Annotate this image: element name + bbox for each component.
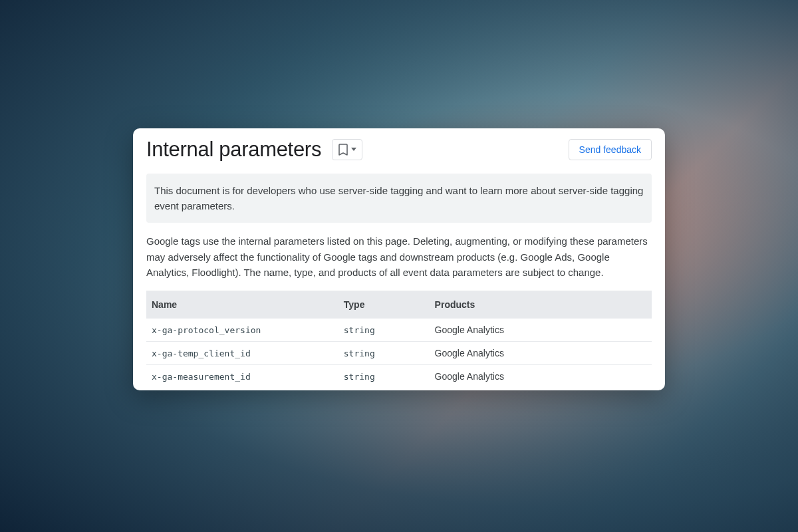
document-card: Internal parameters Send feedback This d… <box>133 128 665 390</box>
cell-products: Google Analytics <box>430 365 652 388</box>
table-row: x-ga-temp_client_id string Google Analyt… <box>146 342 652 365</box>
cell-type: string <box>338 319 430 342</box>
bookmark-button[interactable] <box>332 139 362 160</box>
header-left-group: Internal parameters <box>146 138 362 162</box>
cell-name: x-ga-protocol_version <box>146 319 338 342</box>
parameters-table: Name Type Products x-ga-protocol_version… <box>146 291 652 388</box>
cell-products: Google Analytics <box>430 319 652 342</box>
cell-type: string <box>338 365 430 388</box>
col-header-name: Name <box>146 291 338 319</box>
cell-name: x-ga-temp_client_id <box>146 342 338 365</box>
document-header: Internal parameters Send feedback <box>133 128 665 168</box>
info-callout: This document is for developers who use … <box>146 174 652 223</box>
table-header-row: Name Type Products <box>146 291 652 319</box>
col-header-products: Products <box>430 291 652 319</box>
table-row: x-ga-measurement_id string Google Analyt… <box>146 365 652 388</box>
cell-type: string <box>338 342 430 365</box>
col-header-type: Type <box>338 291 430 319</box>
table-row: x-ga-protocol_version string Google Anal… <box>146 319 652 342</box>
body-paragraph: Google tags use the internal parameters … <box>146 233 652 280</box>
bookmark-icon <box>338 144 348 156</box>
cell-name: x-ga-measurement_id <box>146 365 338 388</box>
send-feedback-button[interactable]: Send feedback <box>569 139 652 160</box>
chevron-down-icon <box>351 148 356 151</box>
page-title: Internal parameters <box>146 138 321 162</box>
cell-products: Google Analytics <box>430 342 652 365</box>
